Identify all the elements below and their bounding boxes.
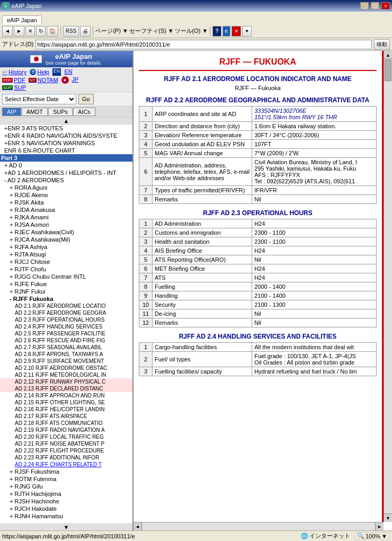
scroll-thumb[interactable]: [385, 60, 391, 81]
tree-item-rjff[interactable]: - RJFF Fukuoka: [0, 295, 132, 303]
address-input[interactable]: [35, 40, 372, 49]
tree-item-ad1[interactable]: +AD 1 AERODROMES / HELIPORTS - INT: [0, 169, 132, 176]
safety-menu[interactable]: セーフティ(S) ▼: [129, 27, 174, 35]
tools-menu[interactable]: ツール(O) ▼: [175, 27, 208, 35]
tree-item-ad218[interactable]: AD 2.18 RJFF ATS COMMUNICATIO: [0, 420, 132, 427]
tree-item-rjth[interactable]: + RJTH Hachijojima: [0, 490, 132, 498]
tree-item-rjng[interactable]: + RJNG Gifu: [0, 483, 132, 490]
pdf-link[interactable]: PDF PDF: [2, 76, 25, 84]
jp-link[interactable]: JP: [72, 76, 79, 84]
ie-icon[interactable]: e: [222, 26, 231, 37]
tree-item-rjnh[interactable]: + RJNH Hamamatsu: [0, 512, 132, 520]
tree-item-ad212[interactable]: AD 2.12 RJFF RUNWAY PHYSICAL C: [0, 378, 132, 385]
tree-item-ad210[interactable]: AD 2.10 RJFF AERODROME OBSTAC: [0, 365, 132, 371]
tab-amdt[interactable]: AMDT: [22, 108, 48, 116]
go-button[interactable]: 移動: [374, 39, 390, 50]
tree-item-enr4[interactable]: +ENR 4 RADIO NAVIGATION AIDS/SYSTE: [0, 132, 132, 139]
tab-sups[interactable]: SUPs: [48, 108, 73, 116]
date-select-input[interactable]: Select Effective Date: [2, 94, 76, 104]
help-link[interactable]: ? Help: [30, 68, 49, 76]
h-scroll-right[interactable]: ►: [375, 522, 384, 531]
tree-item-ad27[interactable]: AD 2.7 RJFF SEASONAL AVAILABIL: [0, 344, 132, 351]
tree-item-rora[interactable]: + RORA Aguni: [0, 184, 132, 191]
refresh-button[interactable]: ↻: [36, 26, 46, 37]
tree-item-ad220[interactable]: AD 2.20 RJFF LOCAL TRAFFIC REG: [0, 433, 132, 440]
tree-item-rjsa[interactable]: + RJSA Aomori: [0, 221, 132, 228]
print-button[interactable]: 🖨: [80, 26, 91, 37]
tree-item-ad213[interactable]: AD 2.13 RJFF DECLARED DISTANC: [0, 385, 132, 392]
scroll-down-btn[interactable]: ▼: [384, 513, 392, 522]
tree-item-rjda[interactable]: + RJDA Amakusa: [0, 206, 132, 214]
tree-item-rjsh[interactable]: + RJSH Hachinohe: [0, 498, 132, 505]
tab-aip[interactable]: AIP: [2, 108, 21, 116]
tree-item-ad25[interactable]: AD 2.5 RJFF PASSENGER FACILITIE: [0, 330, 132, 337]
tree-item-rjsf[interactable]: + RJSF Fukushima: [0, 468, 132, 475]
home-button[interactable]: 🏠: [47, 26, 58, 37]
tree-item-ad22[interactable]: AD 2.2 RJFF AERODROME GEOGRA: [0, 309, 132, 316]
tree-item-rjfe[interactable]: + RJFE Fukue: [0, 280, 132, 288]
tree-item-enr5[interactable]: +ENR 5 NAVIGATION WARNINGS: [0, 139, 132, 147]
tree-item-enr3[interactable]: +ENR 3 ATS ROUTES: [0, 125, 132, 132]
tree-item-part3[interactable]: Part 3: [0, 154, 132, 162]
zoom-control[interactable]: 🔍 100% ▼: [354, 532, 390, 540]
notam-link[interactable]: NT NOTAM: [29, 76, 58, 84]
tree-item-ad215[interactable]: AD 2.15 RJFF OTHER LIGHTING, SE: [0, 399, 132, 406]
window-minimize[interactable]: _: [360, 2, 369, 10]
tree-item-ad221[interactable]: AD 2.21 RJFF NOISE ABATEMENT P: [0, 440, 132, 447]
tree-item-rjka[interactable]: + RJKA Amami: [0, 214, 132, 221]
new-btn[interactable]: ✦: [242, 26, 252, 37]
tree-item-rjcj[interactable]: + RJCJ Chitose: [0, 258, 132, 265]
help-button[interactable]: ?: [212, 26, 221, 37]
tree-item-ad216[interactable]: AD 2.16 RJFF HELICOPTER LANDIN: [0, 406, 132, 413]
tab-aics[interactable]: AICs: [73, 108, 95, 116]
sup-link[interactable]: SUP SUP: [2, 84, 26, 91]
scroll-up-btn[interactable]: ▲: [384, 51, 392, 59]
cell-num: 2: [139, 122, 153, 131]
close-x[interactable]: ✕: [231, 26, 241, 37]
tree-item-ad223[interactable]: AD 2.23 RJFF ADDITIONAL INFOR: [0, 454, 132, 461]
back-button[interactable]: ◄: [2, 26, 13, 37]
tree-item-rjch[interactable]: + RJCH Hakodate: [0, 505, 132, 512]
tree-item-enr6[interactable]: ENR 6 EN-ROUTE CHART: [0, 147, 132, 154]
tree-item-rjfa[interactable]: + RJFA Ashiya: [0, 243, 132, 251]
tree-item-ad23[interactable]: AD 2.3 RJFF OPERATIONAL HOURS: [0, 316, 132, 323]
forward-button[interactable]: ►: [14, 26, 24, 37]
tree-scroll-down[interactable]: ▼: [0, 524, 132, 530]
tree-item-ad0[interactable]: + AD 0: [0, 162, 132, 169]
go-btn[interactable]: Go: [78, 94, 94, 104]
cell-label: Fuelling: [153, 282, 252, 291]
h-scrollbar[interactable]: ◄ ►: [133, 522, 384, 530]
stop-button[interactable]: ✕: [25, 26, 35, 37]
en-link[interactable]: EN: [64, 68, 72, 76]
tree-item-rotm[interactable]: + ROTM Futenma: [0, 475, 132, 483]
tree-item-ad29[interactable]: AD 2.9 RJFF SURFACE MOVEMENT: [0, 358, 132, 365]
history-link[interactable]: ↩ History: [2, 68, 26, 76]
page-menu[interactable]: ページ(P) ▼: [95, 27, 128, 35]
window-close[interactable]: ×: [381, 2, 390, 10]
tree-item-rjca[interactable]: + RJCA Asahikawa(Mil): [0, 236, 132, 243]
h-scroll-left[interactable]: ◄: [133, 522, 142, 531]
tree-item-ad222[interactable]: AD 2.22 RJFF FLIGHT PROCEDURE: [0, 447, 132, 454]
v-scrollbar[interactable]: ▲ ▼: [384, 51, 392, 522]
tree-item-ad26[interactable]: AD 2.6 RJFF RESCUE AND FIRE FIG: [0, 337, 132, 344]
tree-item-ad21[interactable]: AD 2.1 RJFF AERODROME LOCATIO: [0, 303, 132, 309]
tree-item-ad224[interactable]: AD 2.24 RJFF CHARTS RELATED T: [0, 461, 132, 468]
tree-item-ad28[interactable]: AD 2.8 RJFF APRONS, TAXIWAYS A: [0, 351, 132, 358]
tree-item-rjec[interactable]: + RJEC Asahikawa(Civil): [0, 228, 132, 236]
tree-item-ad217[interactable]: AD 2.17 RJFF ATS AIRSPACE: [0, 413, 132, 420]
browser-tab[interactable]: eAIP Japan: [2, 15, 42, 24]
tree-scroll-up[interactable]: ▲: [0, 118, 132, 125]
window-maximize[interactable]: □: [371, 2, 379, 10]
tree-item-rjoe[interactable]: + RJOE Akeno: [0, 191, 132, 199]
tree-item-ad211[interactable]: AD 2.11 RJFF METEOROLOGICAL IN: [0, 371, 132, 378]
tree-item-ad24[interactable]: AD 2.4 RJFF HANDLING SERVICES: [0, 323, 132, 330]
tree-item-rjta[interactable]: + RJTA Atsugi: [0, 251, 132, 258]
tree-item-rjsk[interactable]: + RJSK Akita: [0, 199, 132, 206]
tree-item-rjtf[interactable]: + RJTF Chofu: [0, 265, 132, 273]
tree-item-ad219[interactable]: AD 2.19 RJFF RADIO NAVIGATION A: [0, 427, 132, 433]
tree-item-rjnf[interactable]: + RJNF Fukui: [0, 288, 132, 295]
tree-item-ad214[interactable]: AD 2.14 RJFF APPROACH AND RUN: [0, 392, 132, 399]
rss-button[interactable]: RSS: [63, 26, 79, 37]
tree-item-rjgg[interactable]: + RJGG Chubu Centrair INTL: [0, 273, 132, 280]
tree-item-ad2[interactable]: - AD 2 AERODROMES: [0, 176, 132, 184]
